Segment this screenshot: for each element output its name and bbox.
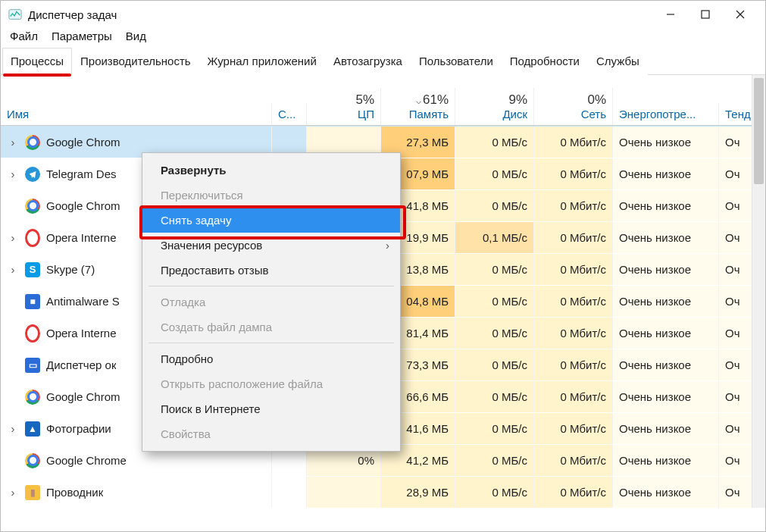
header-name[interactable]: Имя: [1, 103, 272, 125]
process-name: Google Chrom: [46, 136, 120, 149]
window-title: Диспетчер задач: [28, 8, 653, 21]
expand-chevron-icon[interactable]: ›: [7, 231, 19, 244]
menu-separator: [149, 286, 394, 286]
cell-disk: 0 МБ/с: [455, 254, 534, 285]
expand-chevron-icon[interactable]: ›: [7, 422, 19, 435]
taskmgr-window: { "title": "Диспетчер задач", "window_bu…: [0, 0, 766, 532]
menu-file[interactable]: Файл: [10, 30, 38, 42]
process-name: Telegram Des: [46, 167, 117, 180]
monitor-icon: ▭: [25, 358, 40, 373]
maximize-button[interactable]: [688, 2, 723, 27]
header-power[interactable]: Энергопотре...: [613, 103, 719, 125]
cell-network: 0 Мбит/с: [534, 254, 613, 285]
menu-item[interactable]: Предоставить отзыв: [142, 258, 400, 283]
cell-cpu: [307, 477, 381, 508]
menu-item: Создать файл дампа: [142, 315, 400, 340]
menu-item[interactable]: Значения ресурсов: [142, 233, 400, 258]
telegram-icon: [25, 167, 40, 182]
tab-details[interactable]: Подробности: [502, 48, 588, 75]
menubar: Файл Параметры Вид: [1, 28, 765, 47]
header-cpu[interactable]: 5%ЦП: [307, 88, 381, 125]
opera-icon: [25, 230, 40, 246]
cell-memory: 28,9 МБ: [381, 477, 455, 508]
folder-icon: ▮: [25, 485, 40, 500]
cell-disk: 0 МБ/с: [455, 413, 534, 444]
tab-services[interactable]: Службы: [588, 48, 648, 75]
process-name: Antimalware S: [46, 295, 120, 308]
process-name: Google Chrom: [46, 390, 120, 403]
menu-separator: [149, 343, 394, 343]
cell-disk: 0 МБ/с: [455, 349, 534, 380]
cell-network: 0 Мбит/с: [534, 445, 613, 476]
cell-network: 0 Мбит/с: [534, 413, 613, 444]
cell-network: 0 Мбит/с: [534, 318, 613, 349]
header-disk[interactable]: 9%Диск: [455, 88, 534, 125]
cell-network: 0 Мбит/с: [534, 477, 613, 508]
menu-item: Отладка: [142, 289, 400, 315]
menu-item: Переключиться: [142, 183, 400, 208]
process-name: Фотографии: [46, 422, 111, 435]
tabs: Процессы Производительность Журнал прило…: [1, 47, 765, 75]
menu-item: Открыть расположение файла: [142, 371, 400, 396]
menu-item: Свойства: [142, 421, 400, 446]
header-network[interactable]: 0%Сеть: [534, 88, 613, 125]
expand-chevron-icon[interactable]: ›: [7, 167, 19, 180]
cell-power: Очень низкое: [613, 477, 719, 508]
table-row[interactable]: ›▮Проводник28,9 МБ0 МБ/с0 Мбит/сОчень ни…: [1, 476, 765, 508]
cell-power: Очень низкое: [613, 318, 719, 349]
menu-view[interactable]: Вид: [126, 30, 146, 42]
tab-startup[interactable]: Автозагрузка: [325, 48, 411, 75]
minimize-button[interactable]: [653, 2, 688, 27]
shield-icon: ■: [25, 294, 40, 309]
process-name: Google Chrom: [46, 199, 120, 212]
cell-network: 0 Мбит/с: [534, 158, 613, 189]
expand-chevron-icon[interactable]: ›: [7, 136, 19, 149]
tab-performance[interactable]: Производительность: [72, 48, 199, 75]
menu-item[interactable]: Подробно: [142, 346, 400, 371]
menu-item[interactable]: Поиск в Интернете: [142, 396, 400, 421]
vertical-scrollbar[interactable]: [752, 75, 765, 508]
cell-disk: 0 МБ/с: [455, 477, 534, 508]
skype-icon: S: [25, 262, 40, 277]
cell-disk: 0 МБ/с: [455, 445, 534, 476]
menu-item[interactable]: Развернуть: [142, 158, 400, 183]
cell-disk: 0 МБ/с: [455, 127, 534, 158]
tab-processes[interactable]: Процессы: [2, 48, 72, 75]
cell-network: 0 Мбит/с: [534, 222, 613, 253]
opera-icon: [25, 326, 40, 341]
cell-name: ›▮Проводник: [1, 477, 272, 508]
chrome-icon: [25, 135, 40, 150]
cell-power: Очень низкое: [613, 445, 719, 476]
tab-app-history[interactable]: Журнал приложений: [199, 48, 325, 75]
cell-network: 0 Мбит/с: [534, 381, 613, 412]
titlebar: Диспетчер задач: [1, 1, 765, 28]
expand-chevron-icon[interactable]: ›: [7, 486, 19, 499]
cell-network: 0 Мбит/с: [534, 286, 613, 317]
cell-disk: 0 МБ/с: [455, 158, 534, 189]
cell-network: 0 Мбит/с: [534, 190, 613, 221]
cell-network: 0 Мбит/с: [534, 127, 613, 158]
scrollbar-thumb[interactable]: [754, 78, 764, 184]
menu-item[interactable]: Снять задачу: [142, 208, 400, 233]
process-name: Opera Interne: [46, 327, 117, 340]
cell-power: Очень низкое: [613, 127, 719, 158]
close-button[interactable]: [723, 2, 758, 27]
cell-power: Очень низкое: [613, 349, 719, 380]
menu-options[interactable]: Параметры: [52, 30, 112, 42]
process-name: Диспетчер ок: [46, 358, 116, 371]
cell-power: Очень низкое: [613, 190, 719, 221]
cell-power: Очень низкое: [613, 158, 719, 189]
header-memory[interactable]: ⌵61%Память: [381, 88, 455, 125]
cell-network: 0 Мбит/с: [534, 349, 613, 380]
context-menu[interactable]: РазвернутьПереключитьсяСнять задачуЗначе…: [142, 152, 401, 452]
cell-status: [272, 477, 307, 508]
process-name: Skype (7): [46, 263, 95, 276]
cell-power: Очень низкое: [613, 381, 719, 412]
photos-icon: ▲: [25, 421, 40, 437]
taskmgr-icon: [8, 8, 22, 21]
tab-users[interactable]: Пользователи: [411, 48, 502, 75]
cell-power: Очень низкое: [613, 286, 719, 317]
cell-power: Очень низкое: [613, 254, 719, 285]
header-status[interactable]: С...: [272, 103, 307, 125]
expand-chevron-icon[interactable]: ›: [7, 263, 19, 276]
